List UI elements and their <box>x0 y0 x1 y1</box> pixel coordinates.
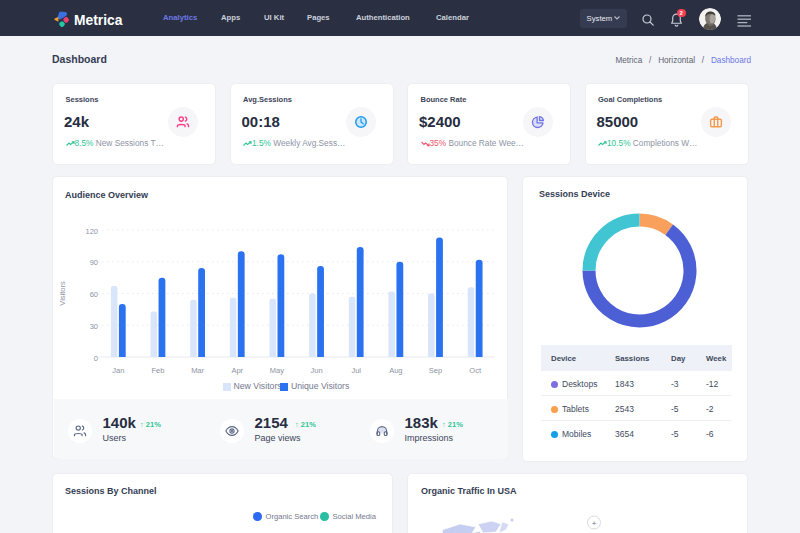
svg-text:Jul: Jul <box>351 366 361 375</box>
svg-text:Mar: Mar <box>191 366 204 375</box>
svg-text:90: 90 <box>90 258 98 267</box>
svg-text:60: 60 <box>90 290 98 299</box>
svg-text:Oct: Oct <box>469 366 482 375</box>
svg-text:May: May <box>270 366 284 375</box>
svg-text:Jan: Jan <box>112 366 124 375</box>
svg-text:Visitors: Visitors <box>58 281 67 306</box>
svg-text:Feb: Feb <box>151 366 164 375</box>
svg-text:0: 0 <box>94 354 98 363</box>
svg-text:+: + <box>592 519 597 528</box>
svg-text:Aug: Aug <box>389 366 402 375</box>
svg-text:Sep: Sep <box>429 366 442 375</box>
svg-text:Apr: Apr <box>231 366 243 375</box>
svg-text:Jun: Jun <box>311 366 323 375</box>
svg-text:120: 120 <box>85 227 98 236</box>
svg-text:30: 30 <box>90 322 98 331</box>
